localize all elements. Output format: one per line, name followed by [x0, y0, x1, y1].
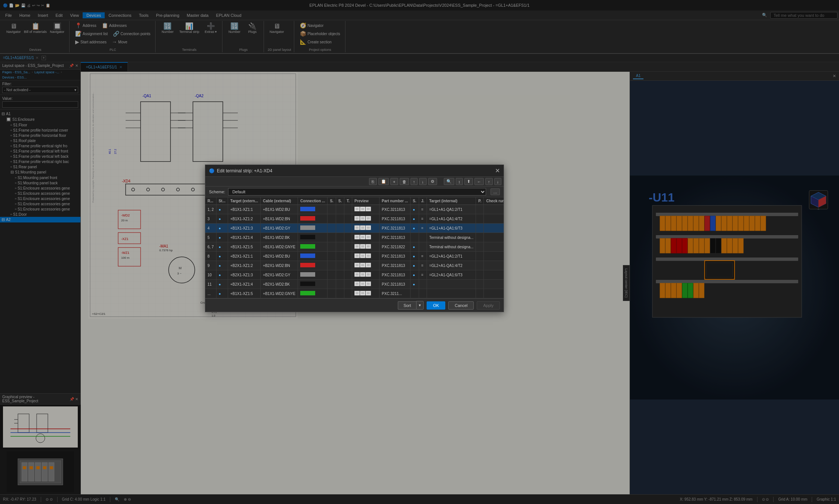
cell-check: [484, 252, 504, 261]
scheme-options-button[interactable]: …: [491, 188, 500, 195]
cell-connection: [298, 289, 328, 298]
col-header-status[interactable]: St...: [216, 197, 228, 205]
modal-tb-paste[interactable]: 📋: [378, 178, 389, 185]
modal-overlay[interactable]: 🔵 Edit terminal strip: +A1-XD4 ✕ ⎘ 📋 + 🗑…: [0, 0, 839, 504]
col-header-cable-ext[interactable]: Cable (external): [261, 197, 298, 205]
cell-preview: [352, 242, 379, 252]
table-header: R... St... Target (extern... Cable (exte…: [205, 197, 504, 205]
cell-t: [344, 205, 352, 214]
svg-rect-173: [356, 273, 359, 276]
col-header-target-ext[interactable]: Target (extern...: [228, 197, 261, 205]
cell-connection: [298, 224, 328, 233]
cell-s2: ●: [411, 280, 419, 289]
cell-s1: [328, 270, 336, 280]
cell-target-ext: +B1X1-XZ1:4: [228, 233, 261, 242]
modal-tb-copy[interactable]: ⎘: [369, 178, 377, 185]
cell-p: [476, 233, 484, 242]
cell-s2: ●: [411, 224, 419, 233]
svg-rect-156: [361, 245, 364, 248]
col-header-j[interactable]: J.: [419, 197, 427, 205]
col-header-t[interactable]: T.: [344, 197, 352, 205]
cell-check: [484, 261, 504, 270]
table-row[interactable]: 6, 7 ● +B1X1-XZ1:5 +B1X1-WD2:GNYE PXC.32…: [205, 242, 504, 252]
cell-preview: [352, 280, 379, 289]
table-row[interactable]: 3 ● +B1X1-XZ1:2 +B1X1-WD2:BN PXC.3211813…: [205, 214, 504, 224]
col-header-part-num[interactable]: Part number ...: [379, 197, 411, 205]
cell-spare: [336, 261, 344, 270]
col-header-s2[interactable]: S.: [411, 197, 419, 205]
table-row[interactable]: 11 ● +B2X1-XZ1:4 +B2X1-WD2:BK PXC.321181…: [205, 280, 504, 289]
modal-tb-settings[interactable]: ⚙: [428, 178, 437, 185]
col-header-target-int[interactable]: Target (internal): [427, 197, 476, 205]
table-row[interactable]: 9 ● +B2X1-XZ1:2 +B2X1-WD2:BN PXC.3211813…: [205, 261, 504, 270]
modal-tb-filter[interactable]: 🔍: [444, 178, 454, 185]
cell-connection: [298, 261, 328, 270]
cell-preview: [352, 270, 379, 280]
modal-tb-move-down[interactable]: ↓: [419, 178, 427, 185]
cell-row-num: 3: [205, 214, 216, 224]
cell-row-num: 11: [205, 280, 216, 289]
modal-tb-arrow-left[interactable]: ←: [474, 178, 484, 185]
cell-t: [344, 233, 352, 242]
svg-rect-137: [356, 217, 359, 219]
cell-status: ●: [216, 214, 228, 224]
table-row[interactable]: 10 ● +B2X1-XZ1:3 +B2X1-WD2:GY PXC.321181…: [205, 270, 504, 280]
col-header-p[interactable]: P.: [476, 197, 484, 205]
cell-t: [344, 214, 352, 224]
modal-tb-move-up[interactable]: ↑: [411, 178, 418, 185]
cell-s2: ●: [411, 214, 419, 224]
col-header-check[interactable]: Check run: Message text: [484, 197, 504, 205]
svg-rect-169: [367, 264, 370, 266]
cell-j: [419, 289, 427, 298]
svg-rect-174: [361, 273, 364, 276]
table-row[interactable]: ... ● +B1X1-XZ1:5 +B1X1-WD2:GNYE PXC.321…: [205, 289, 504, 298]
cell-s1: [328, 280, 336, 289]
sort-dropdown-button[interactable]: ▾: [416, 301, 424, 310]
modal-table-container[interactable]: R... St... Target (extern... Cable (exte…: [205, 197, 504, 298]
col-header-row[interactable]: R...: [205, 197, 216, 205]
cell-status: ●: [216, 252, 228, 261]
modal-tb-sort-up[interactable]: ⬆: [464, 178, 473, 185]
cell-s2: [411, 233, 419, 242]
cell-s2: [411, 289, 419, 298]
col-header-connection[interactable]: Connection ...: [298, 197, 328, 205]
cell-s1: [328, 242, 336, 252]
svg-rect-144: [361, 227, 364, 229]
modal-tb-sort[interactable]: ↕: [456, 178, 463, 185]
cell-connection: [298, 252, 328, 261]
scheme-select[interactable]: Default: [228, 188, 486, 196]
modal-tb-arrow-up[interactable]: ↑: [485, 178, 493, 185]
cell-t: [344, 289, 352, 298]
cell-preview: [352, 214, 379, 224]
cell-connection: [298, 205, 328, 214]
cell-t: [344, 242, 352, 252]
cancel-button[interactable]: Cancel: [448, 301, 474, 310]
col-header-preview[interactable]: Preview: [352, 197, 379, 205]
cell-spare: [336, 205, 344, 214]
table-row[interactable]: 1, 2 ● +B1X1-XZ1:1 +B1X1-WD2:BU PXC.3211…: [205, 205, 504, 214]
modal-close-button[interactable]: ✕: [495, 167, 500, 174]
cell-target-ext: +B1X1-XZ1:5: [228, 242, 261, 252]
modal-tb-sep: [439, 178, 442, 185]
modal-tb-arrow-down[interactable]: ↓: [494, 178, 502, 185]
col-header-spare[interactable]: S.: [336, 197, 344, 205]
modal-tb-delete[interactable]: 🗑: [400, 178, 409, 185]
cell-check: [484, 242, 504, 252]
modal-footer: Sort ▾ OK Cancel Apply: [205, 298, 504, 312]
table-row[interactable]: 5 ● +B1X1-XZ1:4 +B1X1-WD2:BK PXC.3211813: [205, 233, 504, 242]
apply-button[interactable]: Apply: [477, 301, 500, 310]
cell-target-int: [427, 289, 476, 298]
ok-button[interactable]: OK: [427, 301, 445, 310]
svg-rect-157: [367, 245, 370, 248]
svg-rect-151: [367, 236, 370, 238]
col-header-s1[interactable]: S.: [328, 197, 336, 205]
sort-button[interactable]: Sort: [398, 301, 416, 310]
cell-spare: [336, 242, 344, 252]
cell-p: [476, 280, 484, 289]
svg-rect-185: [356, 292, 359, 294]
modal-tb-add[interactable]: +: [390, 178, 398, 185]
cell-target-int: =GL2+A1-QA1:4/T2: [427, 261, 476, 270]
table-row[interactable]: 4 ● +B1X1-XZ1:3 +B1X1-WD2:GY PXC.3211813…: [205, 224, 504, 233]
table-row[interactable]: 8 ● +B2X1-XZ1:1 +B2X1-WD2:BU PXC.3211813…: [205, 252, 504, 261]
cell-target-ext: +B1X1-XZ1:5: [228, 289, 261, 298]
